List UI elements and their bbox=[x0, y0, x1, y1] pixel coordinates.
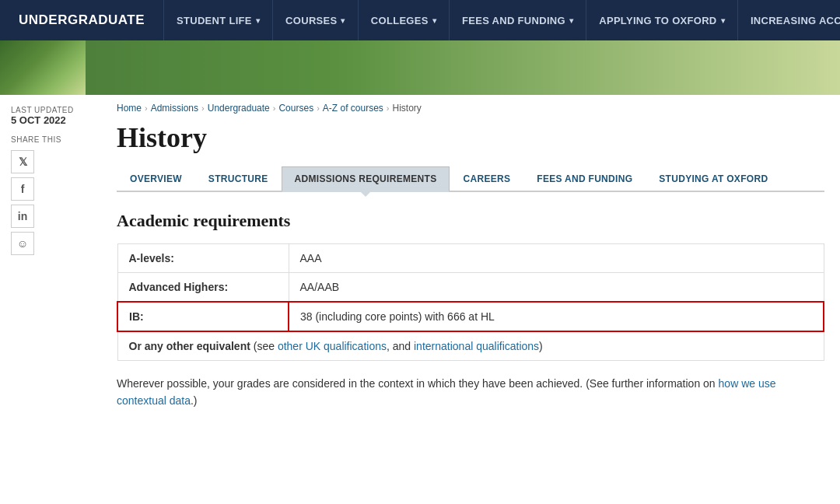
breadcrumb-admissions[interactable]: Admissions bbox=[151, 103, 198, 114]
chevron-down-icon: ▾ bbox=[341, 16, 345, 25]
nav-item-courses[interactable]: COURSES ▾ bbox=[273, 0, 359, 40]
hero-image bbox=[0, 40, 86, 95]
content-area: Home › Admissions › Undergraduate › Cour… bbox=[101, 95, 840, 425]
requirements-table: A-levels: AAA Advanced Highers: AA/AAB I… bbox=[117, 243, 824, 361]
link-contextual-data[interactable]: how we use contextual data bbox=[117, 377, 776, 407]
req-label-ib: IB: bbox=[117, 302, 289, 331]
link-uk-qualifications[interactable]: other UK qualifications bbox=[278, 340, 387, 352]
req-label-alevels: A-levels: bbox=[117, 244, 289, 273]
main-container: LAST UPDATED 5 OCT 2022 SHARE THIS 𝕏 f i… bbox=[0, 95, 840, 425]
req-label-advanced: Advanced Highers: bbox=[117, 273, 289, 303]
tab-fees[interactable]: FEES AND FUNDING bbox=[523, 166, 646, 191]
facebook-icon[interactable]: f bbox=[11, 177, 34, 201]
twitter-icon[interactable]: 𝕏 bbox=[11, 150, 34, 173]
table-row: Advanced Highers: AA/AAB bbox=[117, 273, 824, 303]
breadcrumb-current: History bbox=[393, 103, 422, 114]
breadcrumb-az[interactable]: A-Z of courses bbox=[323, 103, 383, 114]
top-nav: UNDERGRADUATE STUDENT LIFE ▾ COURSES ▾ C… bbox=[0, 0, 840, 40]
breadcrumb: Home › Admissions › Undergraduate › Cour… bbox=[117, 103, 824, 114]
sidebar: LAST UPDATED 5 OCT 2022 SHARE THIS 𝕏 f i… bbox=[0, 95, 101, 425]
tab-careers[interactable]: CAREERS bbox=[450, 166, 523, 191]
hero-strip bbox=[0, 40, 840, 95]
breadcrumb-sep: › bbox=[201, 103, 205, 113]
nav-item-colleges[interactable]: COLLEGES ▾ bbox=[359, 0, 450, 40]
chevron-down-icon: ▾ bbox=[569, 16, 573, 25]
chevron-down-icon: ▾ bbox=[721, 16, 725, 25]
brand-label: UNDERGRADUATE bbox=[0, 0, 164, 40]
breadcrumb-undergraduate[interactable]: Undergraduate bbox=[208, 103, 270, 114]
chevron-down-icon: ▾ bbox=[432, 16, 436, 25]
breadcrumb-sep: › bbox=[317, 103, 320, 113]
tabs: OVERVIEW STRUCTURE ADMISSIONS REQUIREMEN… bbox=[117, 166, 824, 192]
share-label: SHARE THIS bbox=[11, 135, 90, 144]
nav-item-applying[interactable]: APPLYING TO OXFORD ▾ bbox=[586, 0, 738, 40]
nav-items: STUDENT LIFE ▾ COURSES ▾ COLLEGES ▾ FEES… bbox=[164, 0, 840, 40]
req-value-ib: 38 (including core points) with 666 at H… bbox=[289, 302, 824, 331]
last-updated-date: 5 OCT 2022 bbox=[11, 114, 90, 126]
tab-studying[interactable]: STUDYING AT OXFORD bbox=[646, 166, 781, 191]
last-updated-label: LAST UPDATED bbox=[11, 106, 90, 114]
table-row-footer: Or any other equivalent (see other UK qu… bbox=[117, 331, 824, 361]
page-title: History bbox=[117, 121, 824, 154]
body-text: Wherever possible, your grades are consi… bbox=[117, 375, 824, 410]
nav-item-fees[interactable]: FEES AND FUNDING ▾ bbox=[450, 0, 586, 40]
tab-admissions[interactable]: ADMISSIONS REQUIREMENTS bbox=[282, 166, 450, 192]
table-row-ib: IB: 38 (including core points) with 666 … bbox=[117, 302, 824, 331]
breadcrumb-sep: › bbox=[145, 103, 148, 113]
section-heading: Academic requirements bbox=[117, 211, 824, 231]
req-value-alevels: AAA bbox=[289, 244, 824, 273]
breadcrumb-home[interactable]: Home bbox=[117, 103, 142, 114]
nav-item-increasing[interactable]: INCREASING ACC… bbox=[738, 0, 840, 40]
nav-item-student-life[interactable]: STUDENT LIFE ▾ bbox=[164, 0, 273, 40]
breadcrumb-courses[interactable]: Courses bbox=[278, 103, 313, 114]
link-international-qualifications[interactable]: international qualifications bbox=[414, 340, 539, 352]
table-row: A-levels: AAA bbox=[117, 244, 824, 273]
breadcrumb-sep: › bbox=[273, 103, 276, 113]
linkedin-icon[interactable]: in bbox=[11, 205, 34, 228]
breadcrumb-sep: › bbox=[387, 103, 390, 113]
reddit-icon[interactable]: ☺ bbox=[11, 232, 34, 255]
chevron-down-icon: ▾ bbox=[256, 16, 260, 25]
req-footer: Or any other equivalent (see other UK qu… bbox=[117, 331, 824, 361]
req-value-advanced: AA/AAB bbox=[289, 273, 824, 303]
tab-overview[interactable]: OVERVIEW bbox=[117, 166, 195, 191]
tab-structure[interactable]: STRUCTURE bbox=[195, 166, 282, 191]
